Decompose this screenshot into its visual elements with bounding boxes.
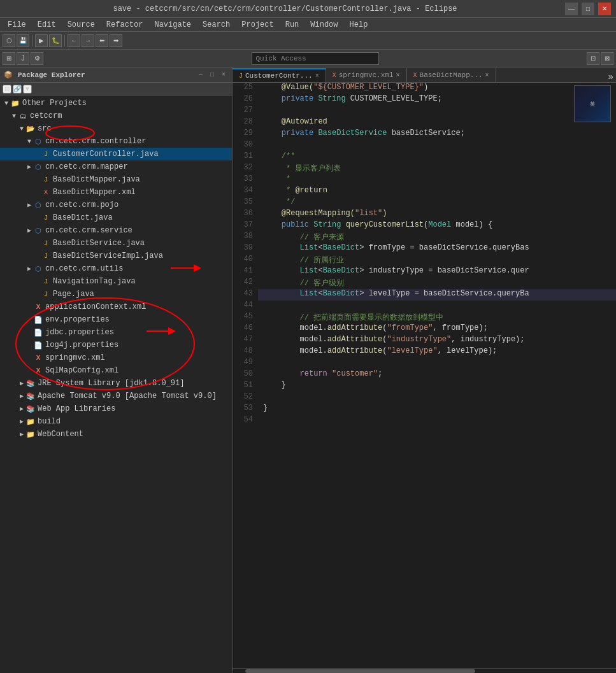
tree-item-mapper-pkg[interactable]: ▶ ⬡ cn.cetc.crm.mapper	[0, 160, 232, 173]
minimize-panel-btn[interactable]: —	[196, 71, 205, 80]
close-panel-btn[interactable]: ×	[219, 71, 228, 80]
acx-icon: X	[33, 302, 43, 312]
collapse-all-btn[interactable]: ⊟	[3, 85, 11, 94]
arrow-wc: ▶	[18, 430, 25, 438]
code-line-27: 27	[233, 106, 616, 117]
tab-bdm-label: BaseDictMapp...	[420, 71, 483, 79]
menu-search[interactable]: Search	[197, 19, 235, 31]
main-layout: 📦 Package Explorer — □ × ⊟ 🔗 ▼ ▼ 📁 Other…	[0, 67, 616, 673]
perspective-btn[interactable]: ⊞	[3, 52, 15, 65]
overflow-tabs-btn[interactable]: »	[608, 72, 613, 82]
quick-access-input[interactable]: Quick Access	[252, 52, 379, 65]
tree-label-smc: SqlMapConfig.xml	[45, 366, 118, 375]
tree-item-jre[interactable]: ▶ 📚 JRE System Library [jdk1.8.0_91]	[0, 377, 232, 390]
tree-item-customer-controller[interactable]: ▶ J CustomerController.java	[0, 148, 232, 160]
menu-refactor[interactable]: Refactor	[101, 19, 148, 31]
next-edit-button[interactable]: ➡	[110, 34, 122, 47]
debug-button[interactable]: 🐛	[49, 34, 62, 47]
code-line-40: 40 // 所属行业	[233, 255, 616, 266]
tree-item-webcontent[interactable]: ▶ 📁 WebContent	[0, 428, 232, 441]
tree-label-nt: NavigationTag.java	[53, 277, 136, 286]
tree-label-cc: CustomerController.java	[53, 150, 159, 159]
tree-item-basedictmapper-java[interactable]: ▶ J BaseDictMapper.java	[0, 173, 232, 186]
close-button[interactable]: ✕	[598, 3, 611, 15]
tree-item-tomcat-lib[interactable]: ▶ 📚 Apache Tomcat v9.0 [Apache Tomcat v9…	[0, 390, 232, 402]
menu-source[interactable]: Source	[62, 19, 100, 31]
menu-file[interactable]: File	[3, 19, 31, 31]
toolbar-extra-btn[interactable]: ⊠	[601, 52, 613, 65]
folder-icon: 📁	[10, 98, 20, 108]
tree-item-sqlmapconfig[interactable]: ▶ X SqlMapConfig.xml	[0, 364, 232, 377]
new-button[interactable]: ⬡	[3, 34, 15, 47]
menu-navigate[interactable]: Navigate	[149, 19, 196, 31]
arrow-src: ▼	[18, 125, 25, 132]
tab-basedictmapp[interactable]: X BaseDictMapp... ×	[407, 68, 496, 82]
tree-label-bdmj: BaseDictMapper.java	[53, 175, 140, 184]
save-button[interactable]: 💾	[17, 34, 29, 47]
tree-item-page[interactable]: ▶ J Page.java	[0, 288, 232, 301]
tab-bdm-close[interactable]: ×	[485, 72, 489, 79]
tree-item-log4j-props[interactable]: ▶ 📄 log4j.properties	[0, 339, 232, 351]
tab-bdm-icon: X	[413, 72, 417, 79]
code-line-52: 52	[233, 392, 616, 404]
tree-label-other-projects: Other Projects	[22, 99, 87, 108]
tree-label-lp: log4j.properties	[45, 341, 118, 350]
jre-icon: 📚	[25, 378, 36, 388]
tab-sm-close[interactable]: ×	[396, 72, 400, 79]
menu-help[interactable]: Help	[345, 19, 373, 31]
run-button[interactable]: ▶	[35, 34, 48, 47]
minimize-button[interactable]: —	[565, 3, 578, 15]
code-line-50: 50 return "customer";	[233, 369, 616, 381]
toolbar-perspective-btn2[interactable]: ⊡	[587, 52, 599, 65]
lp-icon: 📄	[33, 340, 43, 350]
tree-item-navtag[interactable]: ▶ J NavigationTag.java	[0, 275, 232, 288]
menu-project[interactable]: Project	[236, 19, 278, 31]
code-editor[interactable]: 英 25 @Value("${CUSTOMER_LEVEL_TYPE}") 26…	[233, 83, 616, 668]
maximize-panel-btn[interactable]: □	[208, 71, 217, 80]
code-line-32: 32 * 显示客户列表	[233, 163, 616, 174]
tree-item-appcontext-xml[interactable]: ▶ X applicationContext.xml	[0, 301, 232, 313]
tree-item-basedict[interactable]: ▶ J BaseDict.java	[0, 211, 232, 224]
prev-edit-button[interactable]: ⬅	[96, 34, 108, 47]
code-line-31: 31 /**	[233, 152, 616, 163]
tab-cc-close[interactable]: ×	[315, 73, 319, 80]
maximize-button[interactable]: □	[582, 3, 594, 15]
tree-item-other-projects[interactable]: ▼ 📁 Other Projects	[0, 97, 232, 110]
tab-customer-controller[interactable]: J CustomerContr... ×	[233, 68, 326, 82]
tree-item-webapp-libs[interactable]: ▶ 📚 Web App Libraries	[0, 402, 232, 415]
jp-icon: 📄	[33, 327, 43, 337]
tree-item-basedictservice[interactable]: ▶ J BaseDictService.java	[0, 237, 232, 250]
menu-edit[interactable]: Edit	[32, 19, 61, 31]
tab-springmvc[interactable]: X springmvc.xml ×	[326, 68, 407, 82]
tree-item-utils-pkg[interactable]: ▶ ⬡ cn.cetc.crm.utils	[0, 262, 232, 275]
menu-run[interactable]: Run	[280, 19, 304, 31]
back-button[interactable]: ←	[68, 34, 80, 47]
link-editor-btn[interactable]: 🔗	[13, 85, 22, 94]
tree-label-pojo: cn.cetc.crm.pojo	[45, 201, 118, 209]
tree-item-pojo-pkg[interactable]: ▶ ⬡ cn.cetc.crm.pojo	[0, 199, 232, 211]
left-panel: 📦 Package Explorer — □ × ⊟ 🔗 ▼ ▼ 📁 Other…	[0, 67, 233, 673]
tree-item-build[interactable]: ▶ 📁 build	[0, 415, 232, 428]
code-line-30: 30	[233, 140, 616, 152]
debug-perspective-btn[interactable]: ⚙	[31, 52, 43, 65]
tree-item-env-props[interactable]: ▶ 📄 env.properties	[0, 313, 232, 326]
menu-window[interactable]: Window	[305, 19, 343, 31]
tree-view[interactable]: ▼ 📁 Other Projects ▼ 🗂 cetccrm ▼ 📂 src ▼…	[0, 96, 232, 673]
editor-hscrollbar[interactable]	[233, 668, 616, 673]
tree-item-service-pkg[interactable]: ▶ ⬡ cn.cetc.crm.service	[0, 224, 232, 237]
code-line-29: 29 private BaseDictService baseDictServi…	[233, 129, 616, 140]
forward-button[interactable]: →	[82, 34, 94, 47]
tree-item-controller-pkg[interactable]: ▼ ⬡ cn.cetc.crm.controller	[0, 135, 232, 148]
tree-item-basedictmapper-xml[interactable]: ▶ X BaseDictMapper.xml	[0, 186, 232, 199]
tree-item-basedictserviceimpl[interactable]: ▶ J BaseDictServiceImpl.java	[0, 250, 232, 262]
tree-item-jdbc-props[interactable]: ▶ 📄 jdbc.properties	[0, 326, 232, 339]
toolbar-row2: ⊞ J ⚙ Quick Access ⊡ ⊠	[0, 50, 616, 67]
view-menu-btn[interactable]: ▼	[23, 85, 32, 94]
arrow-pojo: ▶	[25, 201, 33, 209]
tree-item-src[interactable]: ▼ 📂 src	[0, 122, 232, 135]
tree-label-controller: cn.cetc.crm.controller	[45, 137, 146, 146]
tree-item-cetccrm[interactable]: ▼ 🗂 cetccrm	[0, 110, 232, 122]
tree-item-springmvc-xml[interactable]: ▶ X springmvc.xml	[0, 351, 232, 364]
java-btn[interactable]: J	[17, 52, 29, 65]
tree-label-jp: jdbc.properties	[45, 328, 114, 337]
